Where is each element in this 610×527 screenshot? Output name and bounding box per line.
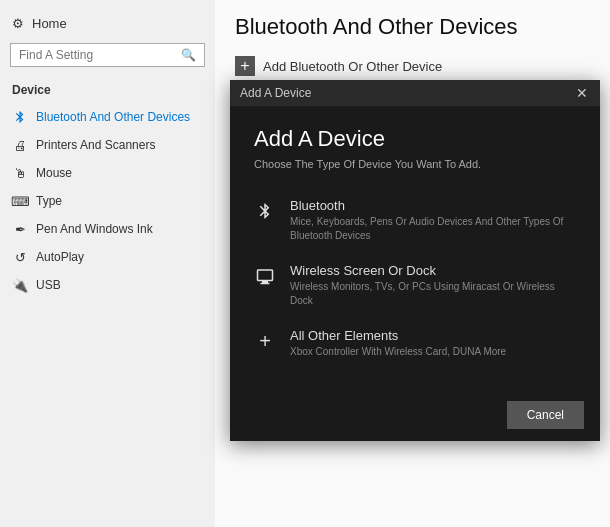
device-option-wireless-screen[interactable]: Wireless Screen Or Dock Wireless Monitor… [254,253,576,318]
other-option-title: All Other Elements [290,328,576,343]
modal-body: Add A Device Choose The Type Of Device Y… [230,106,600,389]
cancel-button[interactable]: Cancel [507,401,584,429]
modal-subheading: Choose The Type Of Device You Want To Ad… [254,158,576,170]
modal-overlay: Add A Device ✕ Add A Device Choose The T… [0,0,610,527]
bluetooth-option-title: Bluetooth [290,198,576,213]
device-option-bluetooth[interactable]: Bluetooth Mice, Keyboards, Pens Or Audio… [254,188,576,253]
bluetooth-option-desc: Mice, Keyboards, Pens Or Audio Devices A… [290,215,576,243]
bluetooth-option-text: Bluetooth Mice, Keyboards, Pens Or Audio… [290,198,576,243]
modal-close-button[interactable]: ✕ [574,86,590,100]
other-option-text: All Other Elements Xbox Controller With … [290,328,576,359]
device-option-other[interactable]: + All Other Elements Xbox Controller Wit… [254,318,576,369]
wireless-screen-option-desc: Wireless Monitors, TVs, Or PCs Using Mir… [290,280,576,308]
modal-footer: Cancel [230,389,600,441]
bluetooth-option-icon [254,200,276,222]
modal-heading: Add A Device [254,126,576,152]
modal-title-label: Add A Device [240,86,311,100]
other-option-desc: Xbox Controller With Wireless Card, DUNA… [290,345,576,359]
wireless-screen-option-text: Wireless Screen Or Dock Wireless Monitor… [290,263,576,308]
add-device-modal: Add A Device ✕ Add A Device Choose The T… [230,80,600,441]
screen-option-icon [254,265,276,287]
modal-titlebar: Add A Device ✕ [230,80,600,106]
wireless-screen-option-title: Wireless Screen Or Dock [290,263,576,278]
other-option-icon: + [254,330,276,352]
